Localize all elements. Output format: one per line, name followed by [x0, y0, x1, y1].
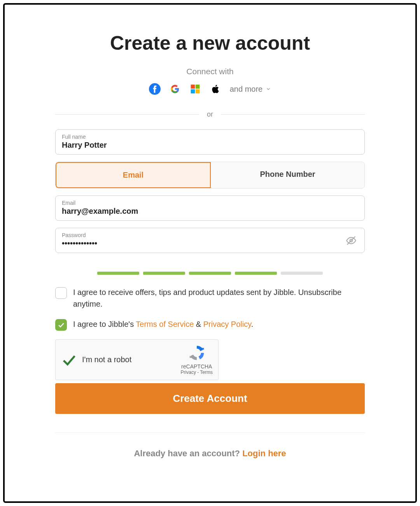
footer-divider: [55, 433, 365, 433]
tab-email[interactable]: Email: [56, 162, 211, 188]
email-field[interactable]: Email harry@example.com: [55, 195, 365, 221]
create-account-button[interactable]: Create Account: [55, 383, 365, 414]
svg-rect-4: [196, 89, 200, 94]
social-login-row: and more: [55, 83, 365, 95]
chevron-down-icon: [266, 86, 271, 92]
full-name-label: Full name: [62, 134, 358, 140]
toggle-password-visibility-icon[interactable]: [346, 235, 357, 246]
recaptcha-badge: reCAPTCHA Privacy - Terms: [181, 344, 213, 375]
tab-phone[interactable]: Phone Number: [211, 162, 364, 188]
password-field[interactable]: Password •••••••••••••: [55, 228, 365, 253]
connect-with-label: Connect with: [55, 67, 365, 76]
login-here-link[interactable]: Login here: [242, 448, 286, 458]
password-label: Password: [62, 232, 358, 238]
google-icon[interactable]: [169, 83, 181, 95]
marketing-consent-row: I agree to receive offers, tips and prod…: [55, 286, 365, 310]
svg-rect-2: [196, 85, 200, 89]
apple-icon[interactable]: [210, 83, 221, 95]
more-providers-label: and more: [230, 85, 263, 94]
contact-method-tabs: Email Phone Number: [55, 162, 365, 188]
more-providers-dropdown[interactable]: and more: [230, 85, 271, 94]
strength-seg-4: [235, 272, 277, 275]
terms-of-service-link[interactable]: Terms of Service: [136, 320, 194, 328]
email-label: Email: [62, 200, 358, 206]
recaptcha-label: I'm not a robot: [82, 355, 175, 364]
terms-consent-text: I agree to Jibble's Terms of Service & P…: [73, 318, 253, 331]
svg-rect-3: [191, 89, 195, 94]
recaptcha-widget[interactable]: I'm not a robot reCAPTCHA Privacy - Term…: [55, 339, 219, 380]
or-divider: or: [55, 110, 365, 119]
strength-seg-2: [143, 272, 185, 275]
marketing-consent-text: I agree to receive offers, tips and prod…: [73, 286, 365, 310]
facebook-icon[interactable]: [149, 83, 161, 95]
email-value: harry@example.com: [62, 207, 358, 216]
password-strength-meter: [55, 272, 365, 275]
microsoft-icon[interactable]: [189, 83, 201, 95]
strength-seg-1: [97, 272, 139, 275]
strength-seg-5: [281, 272, 323, 275]
page-title: Create a new account: [55, 32, 365, 54]
privacy-policy-link[interactable]: Privacy Policy: [203, 320, 251, 328]
terms-consent-checkbox[interactable]: [55, 319, 67, 331]
svg-rect-1: [191, 85, 195, 89]
strength-seg-3: [189, 272, 231, 275]
password-value: •••••••••••••: [62, 239, 358, 248]
footer-login-prompt: Already have an account? Login here: [55, 448, 365, 459]
terms-consent-row: I agree to Jibble's Terms of Service & P…: [55, 318, 365, 331]
full-name-value: Harry Potter: [62, 141, 358, 150]
full-name-field[interactable]: Full name Harry Potter: [55, 129, 365, 155]
recaptcha-logo-icon: [188, 344, 205, 361]
recaptcha-check-icon: [61, 352, 77, 368]
marketing-consent-checkbox[interactable]: [55, 287, 67, 299]
